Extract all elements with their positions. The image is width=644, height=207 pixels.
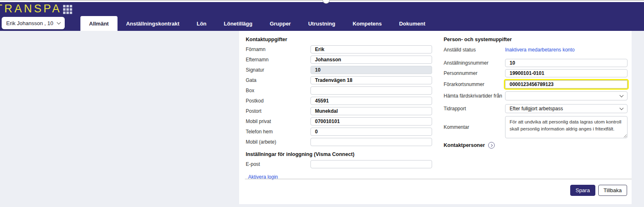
form-row: Efternamn xyxy=(246,54,432,65)
form-panel: Kontaktuppgifter Förnamn Efternamn Signa… xyxy=(239,31,632,204)
form-row-highlighted: Förarkortsnummer xyxy=(444,79,628,89)
field-label: Mobil (arbete) xyxy=(246,139,310,145)
mobil-arbete-input[interactable] xyxy=(310,138,432,146)
tab-grupper[interactable]: Grupper xyxy=(261,16,299,31)
logo-text: TRANSPA xyxy=(0,2,62,15)
efternamn-input[interactable] xyxy=(310,56,432,64)
gata-input[interactable] xyxy=(310,76,432,84)
signatur-input xyxy=(310,66,432,74)
personnummer-input[interactable] xyxy=(505,69,628,77)
app-header: TRANSPA Erik Johansson , 10 Allmänt Anst… xyxy=(0,2,644,31)
form-row: Mobil privat xyxy=(246,116,432,126)
form-row: Tidrapport Efter fullgjort arbetspass xyxy=(444,103,628,114)
field-label: Efternamn xyxy=(246,57,310,63)
spara-button[interactable]: Spara xyxy=(570,185,595,196)
section-title-personuppgifter: Person- och systemuppifter xyxy=(444,35,628,44)
field-label: Förnamn xyxy=(246,47,310,52)
chevron-right-circle-icon[interactable] xyxy=(488,142,495,149)
footer-divider xyxy=(245,179,632,179)
telefon-hem-input[interactable] xyxy=(310,128,432,136)
form-row: Postort xyxy=(246,106,432,116)
field-label: Anställningsnummer xyxy=(444,60,505,66)
tab-dokument[interactable]: Dokument xyxy=(390,16,434,31)
form-row: E-post xyxy=(246,159,432,169)
kontaktpersoner-row: Kontaktpersoner xyxy=(444,142,628,149)
postort-input[interactable] xyxy=(310,107,432,115)
epost-input[interactable] xyxy=(310,160,432,168)
kommentar-textarea[interactable]: För att undvika att personlig data lagra… xyxy=(505,116,628,138)
apps-grid-icon[interactable] xyxy=(63,5,72,14)
field-label: Anställd status xyxy=(444,47,505,53)
form-row: Postkod xyxy=(246,95,432,106)
employee-selector-value: Erik Johansson , 10 xyxy=(6,20,53,26)
anstallningsnummer-input[interactable] xyxy=(505,59,628,67)
fornamn-input[interactable] xyxy=(310,45,432,53)
chevron-down-icon xyxy=(620,93,624,97)
field-label: Box xyxy=(246,88,310,93)
form-row: Signatur xyxy=(246,65,432,75)
section-title-inloggning: Inställningar för inloggning (Visma Conn… xyxy=(246,150,432,159)
system-column: Person- och systemuppifter Anställd stat… xyxy=(444,35,628,149)
form-row: Anställningsnummer xyxy=(444,58,628,68)
section-title-kontaktuppgifter: Kontaktuppgifter xyxy=(246,35,432,44)
field-label: Gata xyxy=(246,77,310,83)
field-label: Telefon hem xyxy=(246,129,310,135)
form-row: Förnamn xyxy=(246,44,432,54)
tab-utrustning[interactable]: Utrustning xyxy=(299,16,344,31)
tab-kompetens[interactable]: Kompetens xyxy=(344,16,390,31)
postkod-input[interactable] xyxy=(310,97,432,105)
tillbaka-button[interactable]: Tillbaka xyxy=(598,185,627,196)
field-label: Tidrapport xyxy=(444,106,505,112)
form-row: Personnummer xyxy=(444,68,628,78)
field-label: Förarkortsnummer xyxy=(444,81,505,87)
tab-lon[interactable]: Lön xyxy=(188,16,215,31)
form-row: Telefon hem xyxy=(246,126,432,137)
field-label: Mobil privat xyxy=(246,119,310,124)
chevron-down-icon xyxy=(620,106,624,110)
tab-bar: Allmänt Anställningskontrakt Lön Lönetil… xyxy=(80,16,434,31)
browser-top-strip xyxy=(0,0,644,2)
box-input[interactable] xyxy=(310,86,432,95)
form-row: Mobil (arbete) xyxy=(246,137,432,147)
tab-allmant[interactable]: Allmänt xyxy=(80,16,118,31)
forarkortsnummer-input[interactable] xyxy=(505,80,628,88)
contact-column: Kontaktuppgifter Förnamn Efternamn Signa… xyxy=(246,35,432,180)
form-row: Box xyxy=(246,85,432,95)
field-label: Personnummer xyxy=(444,70,505,76)
tidrapport-select[interactable]: Efter fullgjort arbetspass xyxy=(505,104,628,113)
field-label: Kommentar xyxy=(444,124,505,130)
kontaktpersoner-label: Kontaktpersoner xyxy=(444,142,485,148)
logo: TRANSPA xyxy=(0,2,62,15)
employee-selector[interactable]: Erik Johansson , 10 xyxy=(2,17,65,29)
chevron-down-icon xyxy=(57,21,61,25)
form-row: Anställd status Inaktivera medarbetarens… xyxy=(444,44,628,56)
mobil-privat-input[interactable] xyxy=(310,117,432,126)
fardskrivartider-select[interactable] xyxy=(505,91,628,100)
select-value: Efter fullgjort arbetspass xyxy=(510,106,563,112)
tab-lonetillagg[interactable]: Lönetillägg xyxy=(215,16,261,31)
inaktivera-konto-link[interactable]: Inaktivera medarbetarens konto xyxy=(505,47,575,53)
footer-buttons: Spara Tillbaka xyxy=(570,185,627,196)
field-label: Signatur xyxy=(246,67,310,73)
field-label: Postkod xyxy=(246,98,310,104)
field-label: Postort xyxy=(246,108,310,114)
form-row: Gata xyxy=(246,75,432,85)
tab-anstallningskontrakt[interactable]: Anställningskontrakt xyxy=(118,16,188,31)
field-label: E-post xyxy=(246,161,310,167)
form-row: Hämta färdskrivartider från xyxy=(444,91,628,101)
form-row: Kommentar För att undvika att personlig … xyxy=(444,116,628,138)
field-label: Hämta färdskrivartider från xyxy=(444,93,505,99)
